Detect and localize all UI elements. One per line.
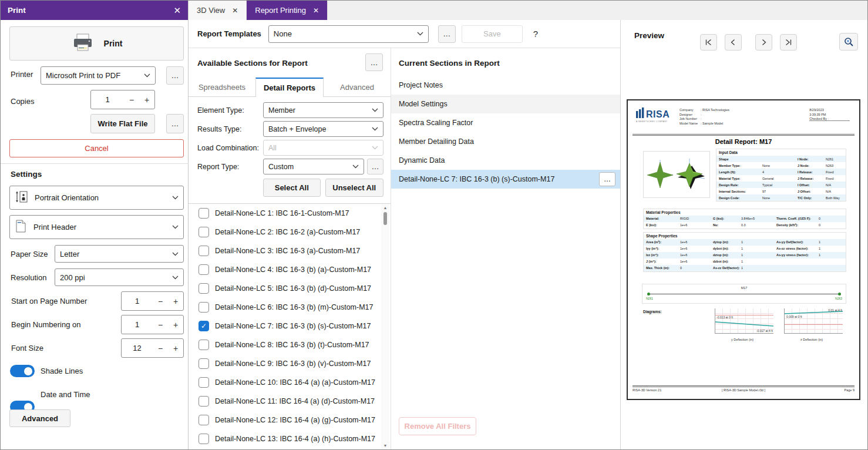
close-tab-icon[interactable]: ✕ (313, 6, 319, 15)
field-value: N263 (826, 163, 843, 168)
detail-report-option-row[interactable]: Detail-None-LC 6: IBC 16-3 (b) (m)-Custo… (189, 298, 391, 317)
option-label: Detail-None-LC 7: IBC 16-3 (b) (s)-Custo… (215, 322, 371, 330)
template-options-button[interactable]: … (438, 25, 456, 43)
scroll-down-icon[interactable]: ▼ (381, 444, 389, 448)
current-section-row[interactable]: Project Notes (391, 76, 620, 95)
copies-stepper[interactable]: 1 − + (90, 90, 155, 109)
copies-decrement-button[interactable]: − (124, 95, 139, 105)
printer-options-button[interactable]: … (166, 66, 184, 85)
checkbox[interactable] (199, 246, 209, 256)
report-type-label: Report Type: (197, 163, 263, 171)
help-icon[interactable]: ? (533, 29, 538, 39)
tab-detail-reports[interactable]: Detail Reports (255, 78, 324, 97)
checkbox[interactable] (199, 283, 209, 294)
tab-advanced[interactable]: Advanced (324, 78, 391, 97)
section-options-button[interactable]: … (599, 172, 615, 186)
current-section-row[interactable]: Spectra Scaling Factor (391, 113, 620, 132)
last-page-button[interactable] (780, 34, 797, 51)
scroll-up-icon[interactable]: ▲ (381, 206, 389, 210)
section-label: Detail-None-LC 7: IBC 16-3 (b) (s)-Custo… (399, 175, 554, 183)
checkbox[interactable] (199, 434, 209, 444)
current-section-row[interactable]: Member Detailing Data (391, 132, 620, 151)
element-type-select[interactable]: Member (263, 102, 383, 118)
begin-numbering-stepper[interactable]: 1 − + (121, 315, 184, 334)
scrollbar-thumb[interactable] (383, 212, 387, 225)
tab-3d-view[interactable]: 3D View ✕ (189, 1, 247, 20)
start-page-increment-button[interactable]: + (168, 297, 183, 306)
checkbox[interactable] (199, 396, 209, 407)
field-label (776, 266, 819, 270)
previous-page-button[interactable] (725, 34, 742, 51)
detail-report-option-row[interactable]: Detail-None-LC 4: IBC 16-3 (b) (a)-Custo… (189, 260, 391, 279)
results-type-select[interactable]: Batch + Envelope (263, 121, 383, 137)
save-button[interactable]: Save (462, 25, 523, 43)
divider (1, 163, 189, 164)
paper-size-select[interactable]: Letter (55, 245, 184, 263)
print-button[interactable]: Print (9, 26, 184, 61)
detail-report-option-row[interactable]: ✓Detail-None-LC 7: IBC 16-3 (b) (s)-Cust… (189, 317, 391, 335)
field-value: 1e+6 (680, 253, 713, 257)
checkbox[interactable] (199, 208, 209, 219)
scrollbar[interactable]: ▲ ▼ (381, 204, 389, 449)
shade-lines-toggle[interactable] (10, 365, 35, 377)
detail-report-option-row[interactable]: Detail-None-LC 10: IBC 16-4 (a) (a)-Cust… (189, 373, 391, 392)
checkbox[interactable] (199, 340, 209, 350)
font-size-stepper[interactable]: 12 − + (121, 338, 184, 358)
checkbox[interactable] (199, 302, 209, 313)
tab-report-printing[interactable]: Report Printing ✕ (247, 1, 328, 20)
report-type-options-button[interactable]: … (367, 159, 383, 174)
checkbox[interactable] (199, 227, 209, 237)
checkbox[interactable] (199, 377, 209, 388)
print-header-select[interactable]: Print Header (9, 215, 184, 239)
field-value: 1 (741, 240, 776, 244)
printer-select[interactable]: Microsoft Print to PDF (41, 66, 156, 85)
tab-spreadsheets[interactable]: Spreadsheets (189, 78, 255, 97)
font-size-decrement-button[interactable]: − (153, 344, 168, 353)
current-section-row[interactable]: Model Settings (391, 95, 620, 113)
cancel-button[interactable]: Cancel (9, 139, 184, 157)
start-page-decrement-button[interactable]: − (153, 297, 168, 306)
input-data-row: Design Code:NoneT/C Only:Both Way (716, 194, 846, 201)
current-section-row[interactable]: Detail-None-LC 7: IBC 16-3 (b) (s)-Custo… (391, 170, 620, 189)
property-row: Material:RIGIDG (ksi):3.846e+5Therm. Coe… (644, 216, 846, 222)
close-icon[interactable]: ✕ (173, 5, 181, 16)
orientation-select[interactable]: Portrait Orientation (9, 186, 184, 210)
current-section-row[interactable]: Dynamic Data (391, 151, 620, 170)
start-page-stepper[interactable]: 1 − + (121, 291, 184, 311)
resolution-select[interactable]: 200 ppi (55, 268, 184, 286)
font-size-increment-button[interactable]: + (168, 344, 183, 353)
detail-report-option-row[interactable]: Detail-None-LC 2: IBC 16-2 (a)-Custom-M1… (189, 223, 391, 241)
begin-numbering-decrement-button[interactable]: − (153, 320, 168, 330)
checkbox[interactable] (199, 415, 209, 425)
write-flat-file-options-button[interactable]: … (166, 114, 184, 133)
zoom-button[interactable] (839, 33, 858, 51)
copies-increment-button[interactable]: + (139, 95, 154, 105)
input-data-row: Internal Sections:97J Offset:N/A (716, 188, 846, 194)
remove-all-filters-button[interactable]: Remove All Filters (399, 417, 476, 435)
advanced-button[interactable]: Advanced (9, 409, 70, 427)
close-tab-icon[interactable]: ✕ (232, 6, 238, 15)
checkbox[interactable] (199, 264, 209, 275)
detail-report-option-row[interactable]: Detail-None-LC 3: IBC 16-3 (a)-Custom-M1… (189, 241, 391, 260)
write-flat-file-button[interactable]: Write Flat File (90, 114, 155, 133)
checkbox[interactable] (199, 358, 209, 369)
report-template-select[interactable]: None (268, 25, 429, 43)
detail-report-option-row[interactable]: Detail-None-LC 13: IBC 16-4 (a) (h)-Cust… (189, 429, 391, 448)
begin-numbering-increment-button[interactable]: + (168, 320, 183, 330)
select-all-button[interactable]: Select All (263, 179, 321, 197)
detail-report-option-row[interactable]: Detail-None-LC 1: IBC 16-1-Custom-M17 (189, 204, 391, 223)
available-sections-options-button[interactable]: … (365, 53, 383, 71)
detail-report-option-row[interactable]: Detail-None-LC 8: IBC 16-3 (b) (t)-Custo… (189, 335, 391, 354)
field-value: 0 (819, 217, 843, 221)
section-label: Member Detailing Data (399, 137, 474, 146)
first-page-button[interactable] (700, 34, 717, 51)
detail-report-option-row[interactable]: Detail-None-LC 11: IBC 16-4 (a) (d)-Cust… (189, 392, 391, 411)
detail-report-option-row[interactable]: Detail-None-LC 9: IBC 16-3 (b) (v)-Custo… (189, 354, 391, 373)
field-value: None (762, 163, 798, 168)
detail-report-option-row[interactable]: Detail-None-LC 12: IBC 16-4 (a) (g)-Cust… (189, 411, 391, 429)
report-type-select[interactable]: Custom (263, 159, 364, 174)
unselect-all-button[interactable]: Unselect All (325, 179, 384, 197)
next-page-button[interactable] (755, 34, 772, 51)
checkbox[interactable]: ✓ (199, 321, 209, 331)
detail-report-option-row[interactable]: Detail-None-LC 5: IBC 16-3 (b) (d)-Custo… (189, 279, 391, 298)
